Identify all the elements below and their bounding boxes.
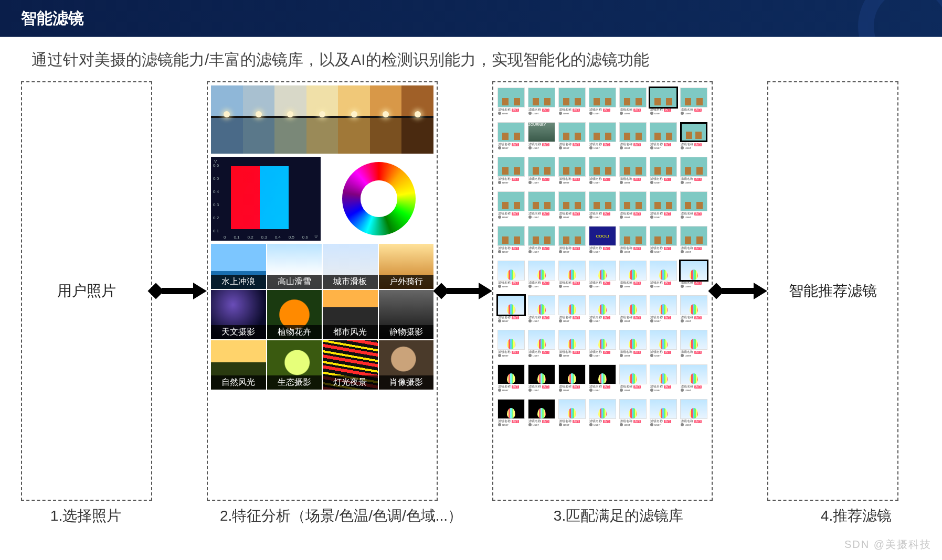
avatar-icon (650, 285, 653, 288)
filter-tag: 热门 (512, 109, 519, 112)
filter-meta: 滤镜名称 热门user (619, 350, 647, 361)
filter-thumb (558, 295, 586, 315)
avatar-icon (528, 181, 532, 184)
avatar-icon (650, 250, 653, 253)
scene-label: 水上冲浪 (211, 275, 266, 289)
filter-thumb (498, 295, 525, 315)
filter-name: 滤镜名称 (589, 108, 602, 111)
filter-thumb (619, 399, 647, 419)
filter-tag: 热门 (512, 420, 519, 423)
scene-label: 天文摄影 (211, 325, 266, 339)
filter-tag: 热门 (664, 316, 671, 319)
filter-card: 滤镜名称 热门user (498, 88, 525, 119)
filter-tag: 热门 (694, 420, 702, 423)
filter-author: user (594, 389, 600, 392)
filter-author: user (533, 216, 539, 219)
filter-tag: 热门 (512, 351, 519, 354)
filter-tag: 热门 (573, 420, 580, 423)
filter-author: user (533, 319, 539, 322)
avatar-icon (498, 389, 501, 392)
filter-name: 滤镜名称 (650, 177, 663, 180)
filter-card: 滤镜名称 热门user (589, 399, 616, 430)
filter-thumb (558, 226, 586, 246)
filter-tag: 热门 (694, 385, 702, 389)
filter-meta: 滤镜名称 热门user (528, 315, 555, 327)
filter-author: user (624, 389, 630, 392)
filter-card: 滤镜名称 热门user (528, 364, 555, 396)
filter-author: user (685, 319, 691, 322)
filter-author: user (654, 389, 661, 392)
avatar-icon (589, 250, 592, 253)
scene-thumb: 天文摄影 (211, 290, 266, 339)
avatar-icon (498, 146, 501, 149)
filter-tag: 热门 (694, 282, 702, 285)
filter-meta: 滤镜名称 热门user (528, 419, 555, 430)
filter-meta: 滤镜名称 热门user (619, 384, 647, 396)
filter-thumb (498, 261, 525, 281)
filter-thumb (650, 261, 677, 281)
filter-card: 滤镜名称 热门user (619, 330, 647, 361)
filter-name: 滤镜名称 (528, 246, 541, 250)
filter-meta: 滤镜名称 热门user (528, 246, 555, 257)
filter-name: 滤镜名称 (620, 385, 632, 388)
filter-author: user (502, 250, 509, 253)
filter-tag: 热门 (633, 351, 641, 354)
filter-meta: 滤镜名称 热门user (589, 350, 616, 361)
filter-name: 滤镜名称 (528, 177, 541, 180)
filter-author: user (594, 181, 600, 184)
filter-tag: 热门 (542, 385, 549, 389)
filter-author: user (594, 319, 600, 322)
filter-thumb (558, 191, 586, 211)
filter-card: 滤镜名称 热门user (680, 122, 707, 154)
scene-label: 植物花卉 (267, 325, 322, 339)
filter-card: 滤镜名称 热门user (650, 330, 677, 361)
filter-tag: 热门 (694, 247, 702, 250)
filter-name: 滤镜名称 (620, 212, 632, 215)
filter-name: 滤镜名称 (528, 281, 541, 284)
filter-author: user (594, 146, 600, 149)
filter-meta: 滤镜名称 热门user (589, 107, 616, 119)
filter-card: 滤镜名称 热门user (650, 261, 677, 292)
filter-card: 滤镜名称 热门user (498, 364, 525, 396)
filter-meta: 滤镜名称 热门user (680, 142, 707, 154)
filter-card: 滤镜名称 热门user (650, 364, 677, 396)
filter-meta: 滤镜名称 热门user (680, 211, 707, 223)
filter-meta: 滤镜名称 热门user (619, 246, 647, 257)
filter-meta: 滤镜名称 热门user (589, 384, 616, 396)
caption-4: 4.推荐滤镜 (791, 506, 921, 526)
filter-name: 滤镜名称 (528, 316, 541, 319)
filter-name: 滤镜名称 (498, 316, 511, 319)
filter-name: 滤镜名称 (528, 419, 541, 423)
filter-author: user (624, 112, 630, 115)
filter-card: 滤镜名称 热门user (498, 261, 525, 292)
filter-card: 滤镜名称 热门user (558, 88, 586, 119)
filter-name: 滤镜名称 (498, 212, 511, 215)
filter-name: 滤镜名称 (498, 143, 511, 146)
filter-meta: 滤镜名称 热门user (680, 315, 707, 327)
filter-meta: 滤镜名称 热门user (619, 177, 647, 188)
avatar-icon (528, 319, 532, 322)
filter-tag: 热门 (603, 109, 610, 112)
avatar-icon (589, 181, 592, 184)
filter-name: 滤镜名称 (589, 419, 602, 423)
filter-card: 滤镜名称 热门user (558, 157, 586, 188)
filter-thumb (589, 191, 616, 211)
avatar-icon (620, 389, 623, 392)
scene-thumb: 城市滑板 (323, 244, 378, 289)
arrow-icon (445, 286, 492, 296)
filter-author: user (685, 250, 691, 253)
filter-tag: 热门 (573, 351, 580, 354)
filter-author: user (685, 354, 691, 357)
filter-meta: 滤镜名称 热门user (589, 246, 616, 257)
filter-name: 滤镜名称 (681, 350, 693, 353)
color-analysis-row: V U 0.60.50.40.30.20.1 00.10.20.30.40.50… (211, 157, 433, 241)
cie-gamut-chart: V U 0.60.50.40.30.20.1 00.10.20.30.40.50… (211, 157, 321, 241)
filter-author: user (502, 389, 509, 392)
filter-tag: 热门 (603, 282, 610, 285)
avatar-icon (620, 112, 623, 115)
avatar-icon (528, 389, 532, 392)
filter-card: 滤镜名称 热门user (528, 261, 555, 292)
filter-tag: 热门 (512, 247, 519, 250)
filter-author: user (563, 216, 569, 219)
filter-card: 滤镜名称 热门user (498, 191, 525, 223)
